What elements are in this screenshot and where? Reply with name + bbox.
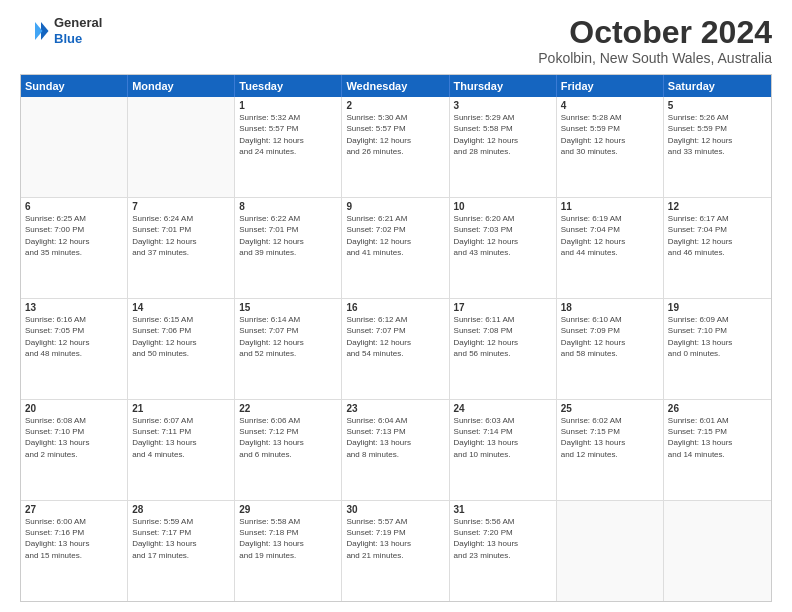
cell-info: Sunrise: 6:14 AM Sunset: 7:07 PM Dayligh… (239, 314, 337, 359)
day-number: 10 (454, 201, 552, 212)
day-number: 11 (561, 201, 659, 212)
day-number: 19 (668, 302, 767, 313)
cell-info: Sunrise: 6:08 AM Sunset: 7:10 PM Dayligh… (25, 415, 123, 460)
day-number: 1 (239, 100, 337, 111)
cell-info: Sunrise: 6:06 AM Sunset: 7:12 PM Dayligh… (239, 415, 337, 460)
cell-info: Sunrise: 6:19 AM Sunset: 7:04 PM Dayligh… (561, 213, 659, 258)
day-number: 9 (346, 201, 444, 212)
day-number: 18 (561, 302, 659, 313)
day-number: 22 (239, 403, 337, 414)
calendar-cell: 3Sunrise: 5:29 AM Sunset: 5:58 PM Daylig… (450, 97, 557, 197)
calendar-cell (21, 97, 128, 197)
calendar-cell: 26Sunrise: 6:01 AM Sunset: 7:15 PM Dayli… (664, 400, 771, 500)
calendar-body: 1Sunrise: 5:32 AM Sunset: 5:57 PM Daylig… (21, 97, 771, 601)
day-number: 4 (561, 100, 659, 111)
header-day-saturday: Saturday (664, 75, 771, 97)
cell-info: Sunrise: 6:04 AM Sunset: 7:13 PM Dayligh… (346, 415, 444, 460)
cell-info: Sunrise: 6:00 AM Sunset: 7:16 PM Dayligh… (25, 516, 123, 561)
day-number: 2 (346, 100, 444, 111)
cell-info: Sunrise: 6:17 AM Sunset: 7:04 PM Dayligh… (668, 213, 767, 258)
day-number: 20 (25, 403, 123, 414)
day-number: 25 (561, 403, 659, 414)
calendar-cell: 6Sunrise: 6:25 AM Sunset: 7:00 PM Daylig… (21, 198, 128, 298)
day-number: 26 (668, 403, 767, 414)
cell-info: Sunrise: 6:09 AM Sunset: 7:10 PM Dayligh… (668, 314, 767, 359)
calendar-week-2: 6Sunrise: 6:25 AM Sunset: 7:00 PM Daylig… (21, 198, 771, 299)
day-number: 14 (132, 302, 230, 313)
header-day-tuesday: Tuesday (235, 75, 342, 97)
calendar-cell (128, 97, 235, 197)
header-day-monday: Monday (128, 75, 235, 97)
cell-info: Sunrise: 5:28 AM Sunset: 5:59 PM Dayligh… (561, 112, 659, 157)
cell-info: Sunrise: 5:56 AM Sunset: 7:20 PM Dayligh… (454, 516, 552, 561)
cell-info: Sunrise: 5:30 AM Sunset: 5:57 PM Dayligh… (346, 112, 444, 157)
cell-info: Sunrise: 6:24 AM Sunset: 7:01 PM Dayligh… (132, 213, 230, 258)
calendar-cell: 13Sunrise: 6:16 AM Sunset: 7:05 PM Dayli… (21, 299, 128, 399)
calendar-cell: 4Sunrise: 5:28 AM Sunset: 5:59 PM Daylig… (557, 97, 664, 197)
day-number: 8 (239, 201, 337, 212)
cell-info: Sunrise: 5:29 AM Sunset: 5:58 PM Dayligh… (454, 112, 552, 157)
calendar-week-1: 1Sunrise: 5:32 AM Sunset: 5:57 PM Daylig… (21, 97, 771, 198)
day-number: 3 (454, 100, 552, 111)
cell-info: Sunrise: 6:07 AM Sunset: 7:11 PM Dayligh… (132, 415, 230, 460)
calendar-cell: 29Sunrise: 5:58 AM Sunset: 7:18 PM Dayli… (235, 501, 342, 601)
cell-info: Sunrise: 6:12 AM Sunset: 7:07 PM Dayligh… (346, 314, 444, 359)
calendar-cell: 31Sunrise: 5:56 AM Sunset: 7:20 PM Dayli… (450, 501, 557, 601)
day-number: 29 (239, 504, 337, 515)
day-number: 27 (25, 504, 123, 515)
header-day-wednesday: Wednesday (342, 75, 449, 97)
calendar-week-4: 20Sunrise: 6:08 AM Sunset: 7:10 PM Dayli… (21, 400, 771, 501)
calendar-cell: 8Sunrise: 6:22 AM Sunset: 7:01 PM Daylig… (235, 198, 342, 298)
day-number: 5 (668, 100, 767, 111)
calendar-cell: 25Sunrise: 6:02 AM Sunset: 7:15 PM Dayli… (557, 400, 664, 500)
cell-info: Sunrise: 5:32 AM Sunset: 5:57 PM Dayligh… (239, 112, 337, 157)
calendar-cell (557, 501, 664, 601)
calendar-cell: 23Sunrise: 6:04 AM Sunset: 7:13 PM Dayli… (342, 400, 449, 500)
calendar-cell: 28Sunrise: 5:59 AM Sunset: 7:17 PM Dayli… (128, 501, 235, 601)
day-number: 13 (25, 302, 123, 313)
calendar-cell: 15Sunrise: 6:14 AM Sunset: 7:07 PM Dayli… (235, 299, 342, 399)
header-day-friday: Friday (557, 75, 664, 97)
cell-info: Sunrise: 6:16 AM Sunset: 7:05 PM Dayligh… (25, 314, 123, 359)
cell-info: Sunrise: 6:21 AM Sunset: 7:02 PM Dayligh… (346, 213, 444, 258)
calendar-week-5: 27Sunrise: 6:00 AM Sunset: 7:16 PM Dayli… (21, 501, 771, 601)
day-number: 7 (132, 201, 230, 212)
page: General Blue October 2024 Pokolbin, New … (0, 0, 792, 612)
calendar-cell: 17Sunrise: 6:11 AM Sunset: 7:08 PM Dayli… (450, 299, 557, 399)
header-day-sunday: Sunday (21, 75, 128, 97)
cell-info: Sunrise: 6:01 AM Sunset: 7:15 PM Dayligh… (668, 415, 767, 460)
cell-info: Sunrise: 6:03 AM Sunset: 7:14 PM Dayligh… (454, 415, 552, 460)
cell-info: Sunrise: 5:58 AM Sunset: 7:18 PM Dayligh… (239, 516, 337, 561)
calendar-cell: 30Sunrise: 5:57 AM Sunset: 7:19 PM Dayli… (342, 501, 449, 601)
logo-icon (20, 16, 50, 46)
calendar-cell: 9Sunrise: 6:21 AM Sunset: 7:02 PM Daylig… (342, 198, 449, 298)
calendar-week-3: 13Sunrise: 6:16 AM Sunset: 7:05 PM Dayli… (21, 299, 771, 400)
cell-info: Sunrise: 5:26 AM Sunset: 5:59 PM Dayligh… (668, 112, 767, 157)
header-day-thursday: Thursday (450, 75, 557, 97)
calendar-cell (664, 501, 771, 601)
day-number: 21 (132, 403, 230, 414)
title-block: October 2024 Pokolbin, New South Wales, … (538, 15, 772, 66)
calendar-cell: 1Sunrise: 5:32 AM Sunset: 5:57 PM Daylig… (235, 97, 342, 197)
calendar-cell: 2Sunrise: 5:30 AM Sunset: 5:57 PM Daylig… (342, 97, 449, 197)
logo: General Blue (20, 15, 102, 46)
calendar-cell: 18Sunrise: 6:10 AM Sunset: 7:09 PM Dayli… (557, 299, 664, 399)
calendar-cell: 5Sunrise: 5:26 AM Sunset: 5:59 PM Daylig… (664, 97, 771, 197)
day-number: 16 (346, 302, 444, 313)
cell-info: Sunrise: 6:02 AM Sunset: 7:15 PM Dayligh… (561, 415, 659, 460)
calendar-cell: 21Sunrise: 6:07 AM Sunset: 7:11 PM Dayli… (128, 400, 235, 500)
location: Pokolbin, New South Wales, Australia (538, 50, 772, 66)
calendar-cell: 10Sunrise: 6:20 AM Sunset: 7:03 PM Dayli… (450, 198, 557, 298)
day-number: 15 (239, 302, 337, 313)
calendar-cell: 19Sunrise: 6:09 AM Sunset: 7:10 PM Dayli… (664, 299, 771, 399)
calendar-cell: 20Sunrise: 6:08 AM Sunset: 7:10 PM Dayli… (21, 400, 128, 500)
calendar-cell: 22Sunrise: 6:06 AM Sunset: 7:12 PM Dayli… (235, 400, 342, 500)
cell-info: Sunrise: 5:57 AM Sunset: 7:19 PM Dayligh… (346, 516, 444, 561)
calendar-cell: 16Sunrise: 6:12 AM Sunset: 7:07 PM Dayli… (342, 299, 449, 399)
day-number: 6 (25, 201, 123, 212)
logo-blue: Blue (54, 31, 102, 47)
calendar-cell: 27Sunrise: 6:00 AM Sunset: 7:16 PM Dayli… (21, 501, 128, 601)
cell-info: Sunrise: 6:22 AM Sunset: 7:01 PM Dayligh… (239, 213, 337, 258)
day-number: 30 (346, 504, 444, 515)
cell-info: Sunrise: 6:15 AM Sunset: 7:06 PM Dayligh… (132, 314, 230, 359)
